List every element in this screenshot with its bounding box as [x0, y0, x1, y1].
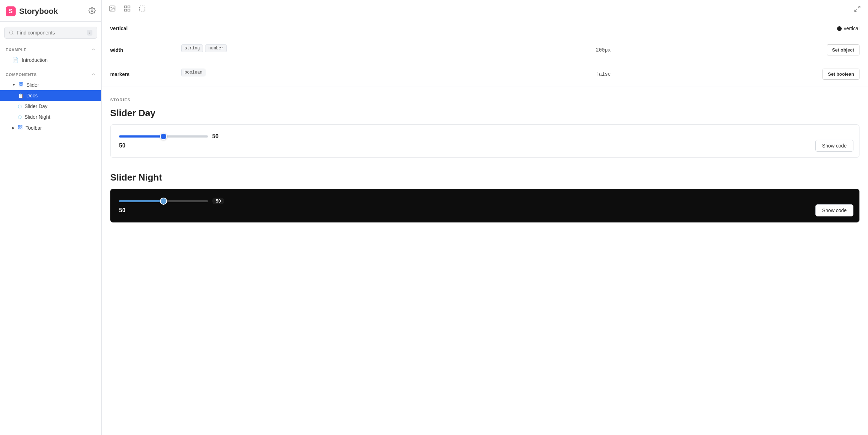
image-view-icon[interactable]	[107, 4, 117, 15]
slider-night-track[interactable]	[119, 200, 208, 202]
settings-icon[interactable]	[89, 7, 96, 16]
props-section: vertical vertical width	[102, 19, 868, 86]
prop-name-width: width	[102, 38, 173, 62]
svg-rect-8	[18, 128, 20, 129]
slider-night-value: 50	[212, 198, 224, 204]
prop-name-markers: markers	[102, 62, 173, 86]
story-slider-day: Slider Day 50 50 Show code	[110, 108, 859, 158]
sidebar-item-slider-day[interactable]: ⬡ Slider Day	[0, 101, 101, 112]
svg-point-0	[91, 10, 93, 11]
svg-rect-6	[18, 125, 20, 127]
nav-section-example: EXAMPLE 📄 Introduction	[0, 44, 101, 69]
show-code-button-day[interactable]: Show code	[815, 140, 853, 152]
fullscreen-icon[interactable]	[852, 4, 862, 15]
search-input[interactable]	[17, 30, 84, 36]
slider-night-demo: 50 50 Show code	[110, 189, 859, 222]
nav-section-components: COMPONENTS ▼ Slider 📋 Docs ⬡ Slider Day …	[0, 69, 101, 136]
slider-day-value: 50	[212, 133, 221, 140]
svg-line-17	[858, 6, 860, 8]
type-badge-number: number	[205, 44, 227, 52]
prop-control-vertical: vertical	[658, 19, 868, 38]
svg-rect-2	[19, 82, 21, 84]
prop-name-vertical: vertical	[102, 19, 173, 38]
storybook-logo-icon: S	[6, 6, 16, 16]
table-row: width string number 200px Set object	[102, 38, 868, 62]
radio-option-vertical: vertical	[667, 26, 859, 31]
table-row: vertical vertical	[102, 19, 868, 38]
svg-rect-15	[128, 9, 130, 11]
story-night-icon: ⬡	[18, 114, 22, 120]
sidebar-item-slider-night[interactable]: ⬡ Slider Night	[0, 112, 101, 122]
content-area: vertical vertical width	[102, 19, 868, 435]
slider-label: Slider	[26, 82, 39, 88]
prop-types-markers: boolean	[173, 62, 279, 83]
set-boolean-button[interactable]: Set boolean	[823, 69, 859, 80]
search-shortcut: /	[87, 30, 92, 36]
toolbar-right	[852, 4, 862, 15]
slider-day-track[interactable]	[119, 135, 208, 138]
components-chevron-icon	[91, 72, 96, 77]
slider-night-thumb[interactable]	[160, 198, 167, 205]
sidebar-item-toolbar[interactable]: ▶ Toolbar	[0, 122, 101, 133]
slider-day-story-title: Slider Day	[110, 108, 859, 119]
type-badge-string: string	[181, 44, 203, 52]
component-icon	[18, 82, 23, 88]
search-icon	[9, 30, 14, 35]
components-section-header[interactable]: COMPONENTS	[0, 69, 101, 79]
sidebar-item-introduction[interactable]: 📄 Introduction	[0, 54, 101, 66]
docs-icon: 📋	[18, 93, 23, 98]
svg-rect-3	[21, 82, 23, 84]
stories-label: STORIES	[110, 98, 859, 102]
slider-day-container: 50 50	[119, 133, 851, 149]
stories-section: STORIES Slider Day 50 50	[102, 86, 868, 222]
expand-arrow-icon: ▼	[12, 83, 16, 87]
sidebar-item-docs[interactable]: 📋 Docs	[0, 90, 101, 101]
radio-label-vertical: vertical	[844, 26, 859, 31]
grid-view-icon[interactable]	[122, 4, 132, 15]
main-toolbar	[102, 0, 868, 19]
prop-default-width: 200px	[587, 38, 658, 62]
example-section-label: EXAMPLE	[6, 48, 27, 52]
svg-rect-12	[125, 6, 127, 8]
svg-rect-4	[19, 85, 21, 86]
svg-rect-7	[21, 125, 22, 127]
show-code-button-night[interactable]: Show code	[815, 204, 853, 216]
docs-label: Docs	[26, 93, 38, 98]
example-chevron-icon	[91, 47, 96, 52]
sidebar-header: S Storybook	[0, 0, 101, 22]
slider-day-thumb[interactable]	[160, 133, 167, 140]
slider-night-container: 50 50	[119, 198, 851, 214]
toolbar-left	[107, 4, 147, 15]
toolbar-expand-icon: ▶	[12, 126, 15, 130]
slider-day-fill	[119, 135, 164, 138]
table-row: markers boolean false Set boolean	[102, 62, 868, 86]
radio-dot-vertical	[837, 26, 842, 31]
prop-default-vertical	[587, 19, 658, 38]
components-section-label: COMPONENTS	[6, 72, 37, 77]
svg-rect-14	[125, 9, 127, 11]
main-content: vertical vertical width	[102, 0, 868, 435]
svg-rect-13	[128, 6, 130, 8]
app-title: Storybook	[19, 7, 58, 16]
svg-line-18	[855, 9, 857, 11]
toolbar-label: Toolbar	[26, 125, 42, 131]
toolbar-component-icon	[18, 125, 23, 131]
svg-rect-9	[21, 128, 22, 129]
search-bar[interactable]: /	[4, 27, 97, 39]
svg-point-1	[10, 31, 13, 34]
slider-day-label: Slider Day	[25, 103, 48, 109]
svg-rect-16	[140, 6, 145, 11]
svg-point-11	[111, 7, 112, 8]
border-view-icon[interactable]	[137, 4, 147, 15]
svg-rect-5	[21, 85, 23, 86]
set-object-button[interactable]: Set object	[827, 44, 859, 55]
prop-control-markers: Set boolean	[658, 62, 868, 86]
example-section-header[interactable]: EXAMPLE	[0, 44, 101, 54]
prop-default-markers: false	[587, 62, 658, 86]
prop-control-width: Set object	[658, 38, 868, 62]
sidebar-item-slider[interactable]: ▼ Slider	[0, 79, 101, 90]
slider-night-story-title: Slider Night	[110, 172, 859, 183]
doc-icon: 📄	[12, 57, 19, 63]
slider-night-row: 50	[119, 198, 851, 204]
sidebar: S Storybook / EXAMPLE 📄 Introduction	[0, 0, 102, 435]
